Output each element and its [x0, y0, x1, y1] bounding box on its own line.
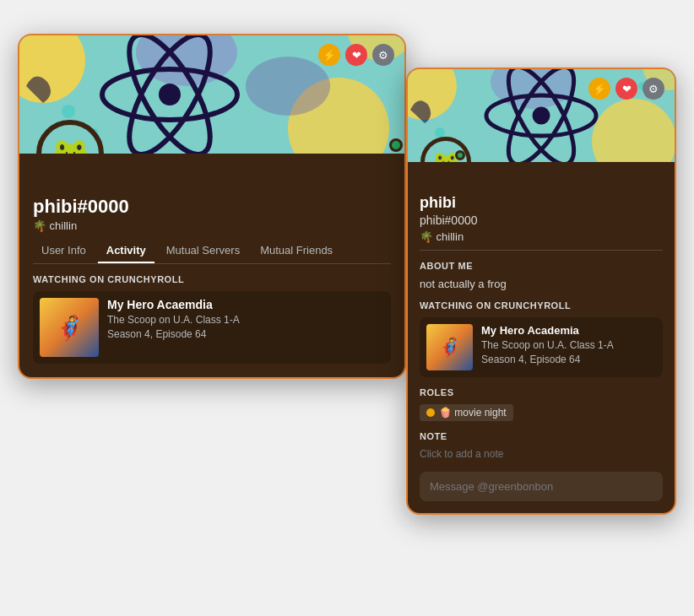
role-dot [426, 408, 435, 417]
front-banner: 🐸 ⚡ ❤ ⚙ [408, 69, 675, 162]
front-username: phibi [420, 194, 663, 212]
front-status: 🌴 chillin [420, 230, 663, 243]
online-indicator-front [455, 150, 465, 160]
tab-mutual-servers[interactable]: Mutual Servers [158, 239, 248, 263]
front-discriminator: phibi#0000 [420, 213, 663, 227]
roles-label: ROLES [420, 387, 663, 397]
note-placeholder[interactable]: Click to add a note [420, 448, 663, 460]
front-settings-icon[interactable]: ⚙ [642, 78, 664, 100]
back-tabs: User Info Activity Mutual Servers Mutual… [33, 239, 391, 264]
message-input[interactable]: Message @greenbonbon [420, 472, 663, 501]
front-heart-icon[interactable]: ❤ [615, 78, 637, 100]
back-activity-detail1: The Scoop on U.A. Class 1-A [107, 313, 384, 327]
back-profile-body: phibi#0000 🌴 chillin User Info Activity … [19, 154, 404, 377]
role-badge-movie-night: 🍿 movie night [420, 404, 513, 421]
front-activity-card: 🦸 My Hero Academia The Scoop on U.A. Cla… [420, 317, 663, 377]
back-username: phibi#0000 [33, 196, 391, 218]
back-banner: 🐸 ⚡ ❤ ⚙ [19, 35, 404, 154]
front-card: 🐸 ⚡ ❤ ⚙ phibi phibi#0000 🌴 chillin ABOUT… [406, 68, 676, 515]
tab-activity[interactable]: Activity [98, 239, 155, 263]
back-activity-thumb: 🦸 [40, 298, 99, 357]
svg-point-9 [161, 86, 178, 103]
back-activity-detail2: Season 4, Episode 64 [107, 327, 384, 342]
tab-mutual-friends[interactable]: Mutual Friends [252, 239, 341, 263]
role-label: 🍿 movie night [439, 407, 507, 419]
front-tools-icon[interactable]: ⚡ [588, 78, 610, 100]
front-activity-info: My Hero Academia The Scoop on U.A. Class… [481, 324, 656, 367]
front-activity-title: My Hero Academia [481, 324, 656, 337]
back-card: 🐸 ⚡ ❤ ⚙ phibi#0000 🌴 chillin User Info A… [18, 34, 406, 379]
tab-user-info[interactable]: User Info [33, 239, 95, 263]
frog-emoji: 🐸 [41, 125, 99, 154]
back-banner-icons: ⚡ ❤ ⚙ [318, 44, 394, 66]
front-activity-detail1: The Scoop on U.A. Class 1-A [481, 338, 656, 353]
back-status: 🌴 chillin [33, 219, 391, 232]
roles-area: 🍿 movie night [420, 404, 663, 421]
divider-1 [420, 250, 663, 251]
back-activity-title: My Hero Acaemdia [107, 298, 384, 311]
front-banner-icons: ⚡ ❤ ⚙ [588, 78, 664, 100]
svg-point-5 [246, 57, 330, 116]
svg-point-21 [534, 109, 548, 122]
front-activity-detail2: Season 4, Episode 64 [481, 353, 656, 367]
about-me-label: ABOUT ME [420, 261, 663, 271]
back-activity-info: My Hero Acaemdia The Scoop on U.A. Class… [107, 298, 384, 342]
tools-icon[interactable]: ⚡ [318, 44, 340, 66]
back-activity-card: 🦸 My Hero Acaemdia The Scoop on U.A. Cla… [33, 291, 391, 364]
settings-icon[interactable]: ⚙ [372, 44, 394, 66]
svg-point-10 [62, 105, 75, 118]
heart-icon[interactable]: ❤ [345, 44, 367, 66]
front-watching-label: WATCHING ON CRUNCHYROLL [420, 300, 663, 311]
back-watching-label: WATCHING ON CRUNCHYROLL [33, 274, 391, 284]
mha-thumbnail-front: 🦸 [426, 324, 473, 370]
front-activity-thumb: 🦸 [426, 324, 473, 370]
front-profile-body: phibi phibi#0000 🌴 chillin ABOUT ME not … [408, 162, 675, 513]
about-me-text: not actually a frog [420, 278, 663, 290]
online-indicator-back [389, 138, 403, 152]
note-label: NOTE [420, 431, 663, 441]
mha-thumbnail-back: 🦸 [40, 298, 99, 357]
